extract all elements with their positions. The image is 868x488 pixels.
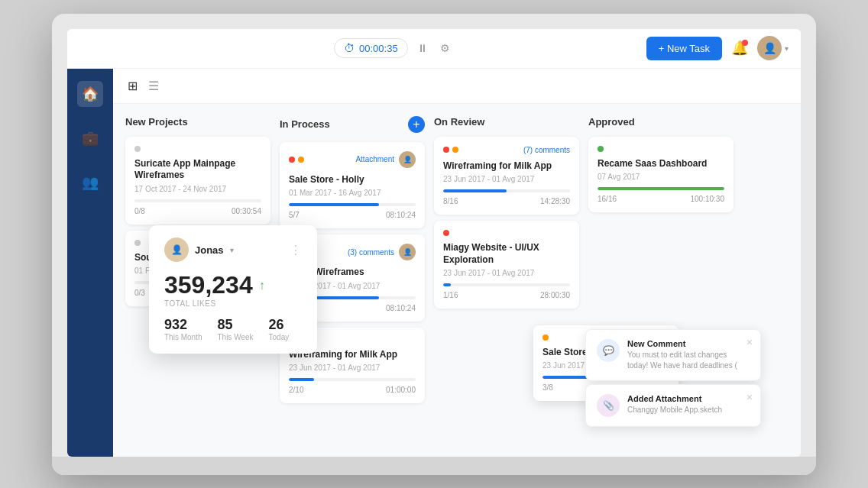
- progress-text: 16/16: [598, 195, 617, 203]
- card-date: 23 Jun 2017 - 01 Avg 2017: [443, 175, 570, 183]
- card-date: 17 Oct 2017 - 24 Nov 2017: [134, 185, 261, 193]
- avatar-sm: 👤: [399, 151, 416, 168]
- card-footer: 5/7 08:10:24: [289, 211, 416, 219]
- card-time: 100:10:30: [691, 195, 725, 203]
- card-time: 08:10:24: [386, 211, 416, 219]
- popup-header: 👤 Jonas ▾ ⋮: [164, 238, 302, 262]
- notification-new-comment: × 💬 New Comment You must to edit last ch…: [585, 329, 761, 381]
- close-notification-1[interactable]: ×: [747, 336, 753, 348]
- settings-button[interactable]: ⚙: [437, 40, 453, 56]
- card-title: Sale Store - Holly: [289, 174, 416, 186]
- timer-display: ⏱ 00:00:35: [334, 38, 408, 58]
- add-card-button[interactable]: +: [408, 116, 425, 133]
- notif-content: Added Attachment Changgy Mobile App.sket…: [627, 394, 722, 415]
- dot-red: [443, 230, 449, 236]
- card-suricate[interactable]: Suricate App Mainpage Wireframes 17 Oct …: [125, 137, 270, 225]
- sidebar-item-users[interactable]: 👥: [77, 170, 103, 196]
- progress-bar: [134, 199, 261, 202]
- card-header: (7) comments: [443, 146, 570, 154]
- popup-user: 👤 Jonas ▾: [164, 238, 234, 262]
- popup-name: Jonas: [195, 244, 224, 256]
- sidebar-item-home[interactable]: 🏠: [77, 81, 103, 107]
- progress-fill: [443, 189, 507, 192]
- dot-orange: [452, 147, 458, 153]
- card-wireframing-milk-review[interactable]: (7) comments Wireframing for Milk App 23…: [434, 137, 579, 215]
- stat-label: This Month: [164, 333, 202, 341]
- progress-text: 3/8: [542, 383, 553, 392]
- progress-fill: [289, 378, 314, 381]
- attachment-icon: 📎: [597, 394, 620, 417]
- card-time: 00:30:54: [232, 207, 261, 215]
- card-header: Attachment 👤: [289, 151, 416, 168]
- progress-text: 1/16: [443, 291, 458, 299]
- dot-orange: [298, 157, 304, 163]
- column-title: New Projects: [125, 116, 188, 128]
- top-bar-center: ⏱ 00:00:35 ⏸ ⚙: [334, 38, 453, 58]
- progress-text: 8/16: [443, 197, 458, 205]
- card-miagy-website[interactable]: Miagy Website - UI/UX Exploration 23 Jun…: [434, 221, 579, 309]
- card-dots: [289, 157, 304, 163]
- avatar-sm: 👤: [399, 244, 416, 260]
- notif-text: Changgy Mobile App.sketch: [627, 405, 722, 415]
- new-task-button[interactable]: + New Task: [646, 37, 722, 60]
- stat-this-week: 85 This Week: [217, 317, 253, 341]
- timer-value: 00:00:35: [359, 43, 398, 54]
- sidebar-item-briefcase[interactable]: 💼: [77, 125, 103, 151]
- progress-fill: [443, 283, 451, 286]
- progress-text: 5/7: [289, 211, 300, 219]
- card-dots: [443, 230, 449, 236]
- stat-value: 932: [164, 317, 202, 333]
- popup-avatar: 👤: [164, 238, 189, 262]
- pause-button[interactable]: ⏸: [414, 40, 431, 56]
- progress-fill: [289, 203, 379, 206]
- card-time: 01:00:00: [386, 386, 416, 394]
- notification-button[interactable]: 🔔: [731, 40, 748, 57]
- card-date: 01 Mar 2017 - 16 Avg 2017: [289, 189, 416, 197]
- card-badge: Attachment: [355, 155, 394, 163]
- chevron-icon: ▾: [230, 246, 234, 254]
- column-header-new-projects: New Projects: [125, 113, 270, 131]
- more-options-icon[interactable]: ⋮: [290, 243, 302, 257]
- user-avatar-button[interactable]: 👤 ▾: [757, 36, 789, 60]
- notification-added-attachment: × 📎 Added Attachment Changgy Mobile App.…: [585, 384, 761, 427]
- progress-fill: [598, 187, 724, 190]
- card-badge: (3) comments: [348, 248, 394, 257]
- grid-view-button[interactable]: ⊞: [125, 76, 140, 95]
- card-dots: [598, 146, 604, 152]
- stat-today: 26 Today: [269, 317, 290, 341]
- dot-red: [443, 147, 449, 153]
- card-recame-saas[interactable]: Recame Saas Dashboard 07 Avg 2017 16/16 …: [588, 137, 734, 213]
- dot-orange: [542, 334, 549, 341]
- close-notification-2[interactable]: ×: [747, 391, 753, 403]
- progress-bar: [289, 203, 416, 206]
- card-footer: 8/16 14:28:30: [443, 197, 570, 205]
- card-footer: 16/16 100:10:30: [598, 195, 724, 203]
- card-title: Recame Saas Dashboard: [598, 158, 724, 170]
- card-time: 14:28:30: [540, 197, 570, 205]
- dot-red: [289, 157, 295, 163]
- notif-row: 💬 New Comment You must to edit last chan…: [597, 339, 750, 371]
- card-footer: 1/16 28:00:30: [443, 291, 570, 299]
- card-date: 23 Jun 2017 - 01 Avg 2017: [289, 364, 416, 372]
- column-title: Approved: [588, 116, 635, 128]
- card-dots: [542, 334, 549, 341]
- notif-text: You must to edit last changes today! We …: [627, 350, 750, 371]
- card-badge: (7) comments: [523, 146, 570, 154]
- stat-this-month: 932 This Month: [164, 317, 202, 341]
- dot: [134, 146, 141, 152]
- card-date: 23 Jun 2017 - 01 Avg 2017: [443, 269, 570, 277]
- progress-bar: [598, 187, 724, 190]
- card-header: [134, 146, 261, 152]
- progress-text: 2/10: [289, 386, 303, 394]
- list-view-button[interactable]: ☰: [146, 76, 161, 95]
- progress-bar: [443, 283, 570, 286]
- total-likes-label: TOTAL LIKES: [164, 299, 302, 308]
- card-title: Wireframing for Milk App: [443, 160, 570, 173]
- progress-text: 0/3: [134, 289, 145, 297]
- column-title: In Process: [280, 118, 330, 130]
- top-bar-right: + New Task 🔔 👤 ▾: [646, 36, 789, 60]
- card-footer: 2/10 01:00:00: [289, 386, 416, 394]
- card-title: Suricate App Mainpage Wireframes: [134, 158, 261, 182]
- card-sale-store[interactable]: Attachment 👤 Sale Store - Holly 01 Mar 2…: [280, 142, 425, 229]
- total-likes-number: 359,234 ↑: [164, 271, 302, 299]
